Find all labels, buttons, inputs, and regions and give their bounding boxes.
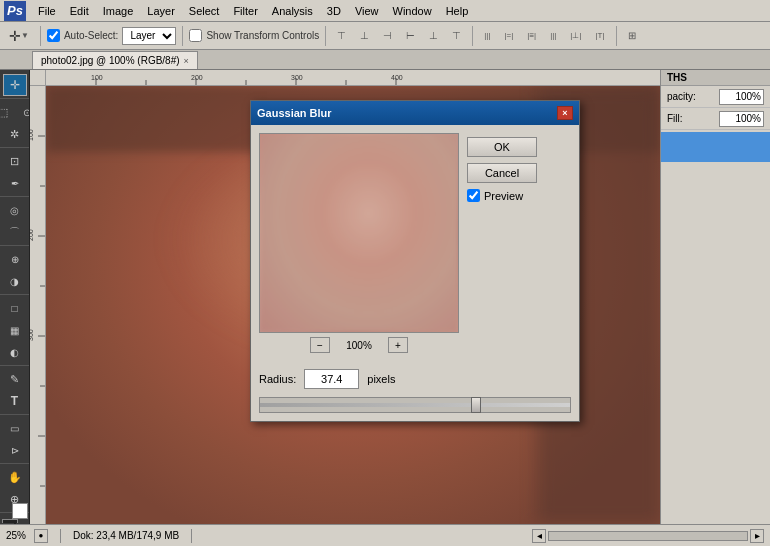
- statusbar: 25% ● Dok: 23,4 MB/174,9 MB ◂ ▸: [0, 524, 770, 546]
- layer-blue-block[interactable]: [661, 132, 770, 162]
- gaussian-blur-dialog: Gaussian Blur × − 100% +: [250, 100, 580, 422]
- zoom-out-btn[interactable]: −: [310, 337, 330, 353]
- menu-image[interactable]: Image: [97, 3, 140, 19]
- photo-tab[interactable]: photo02.jpg @ 100% (RGB/8#) ×: [32, 51, 198, 69]
- menu-filter[interactable]: Filter: [227, 3, 263, 19]
- scroll-right-btn[interactable]: ▸: [750, 529, 764, 543]
- opacity-value[interactable]: 100%: [719, 89, 764, 105]
- brush-tool[interactable]: [3, 221, 27, 243]
- svg-text:300: 300: [291, 74, 303, 81]
- align-left-btn[interactable]: ⊢: [401, 27, 420, 44]
- clone-stamp-tool[interactable]: [3, 248, 27, 270]
- opacity-row: pacity: 100%: [661, 86, 770, 108]
- gradient-tool[interactable]: [3, 319, 27, 341]
- autoselect-dropdown[interactable]: Layer: [122, 27, 176, 45]
- blur-slider-track: [260, 403, 570, 407]
- align-vcenter-btn[interactable]: ⊥: [355, 27, 374, 44]
- fill-value[interactable]: 100%: [719, 111, 764, 127]
- h-scrollbar[interactable]: [548, 531, 748, 541]
- radius-input[interactable]: [304, 369, 359, 389]
- ok-button[interactable]: OK: [467, 137, 537, 157]
- lasso-tool[interactable]: [15, 101, 31, 123]
- zoom-info-btn[interactable]: ●: [34, 529, 48, 543]
- blur-slider-thumb[interactable]: [471, 397, 481, 413]
- tool-group-marquee: [0, 101, 29, 148]
- distribute-4-btn[interactable]: |||: [545, 28, 561, 43]
- tab-label: photo02.jpg @ 100% (RGB/8#): [41, 55, 180, 66]
- menu-view[interactable]: View: [349, 3, 385, 19]
- status-sep: [60, 529, 61, 543]
- marquee-pair: [0, 101, 30, 123]
- dialog-titlebar: Gaussian Blur ×: [251, 101, 579, 125]
- standard-mode-btn[interactable]: ○: [0, 523, 14, 524]
- right-panel-title: THS: [661, 70, 770, 86]
- preview-checkbox[interactable]: [467, 189, 480, 202]
- pen-tool[interactable]: [3, 368, 27, 390]
- align-right-btn[interactable]: ⊤: [447, 27, 466, 44]
- tool-group-pen: [0, 368, 29, 415]
- spot-healing-tool[interactable]: [3, 199, 27, 221]
- menu-window[interactable]: Window: [387, 3, 438, 19]
- magic-wand-tool[interactable]: [3, 123, 27, 145]
- distribute-2-btn[interactable]: |=|: [499, 28, 518, 43]
- eraser-tool[interactable]: [3, 297, 27, 319]
- cancel-button[interactable]: Cancel: [467, 163, 537, 183]
- tool-group-crop: [0, 150, 29, 197]
- distribute-5-btn[interactable]: |⊥|: [565, 28, 586, 43]
- scroll-left-btn[interactable]: ◂: [532, 529, 546, 543]
- eyedropper-tool[interactable]: [3, 172, 27, 194]
- zoom-in-btn[interactable]: +: [388, 337, 408, 353]
- zoom-percent: 100%: [334, 340, 384, 351]
- tab-close-btn[interactable]: ×: [184, 56, 189, 66]
- transform-checkbox[interactable]: [189, 29, 202, 42]
- dialog-title: Gaussian Blur: [257, 107, 332, 119]
- menu-file[interactable]: File: [32, 3, 62, 19]
- svg-text:100: 100: [91, 74, 103, 81]
- menu-3d[interactable]: 3D: [321, 3, 347, 19]
- distribute-1-btn[interactable]: |||: [479, 28, 495, 43]
- radius-row: Radius: pixels: [251, 365, 579, 393]
- menu-help[interactable]: Help: [440, 3, 475, 19]
- dialog-close-button[interactable]: ×: [557, 106, 573, 120]
- tool-group-shape: [0, 417, 29, 464]
- dialog-preview-section: − 100% +: [259, 133, 459, 357]
- history-brush-tool[interactable]: [3, 270, 27, 292]
- dialog-preview-image[interactable]: [259, 133, 459, 333]
- dodge-tool[interactable]: [3, 341, 27, 363]
- canvas-area: 100 200 300 400 100 200 300: [30, 70, 660, 524]
- align-bottom-btn[interactable]: ⊣: [378, 27, 397, 44]
- menu-edit[interactable]: Edit: [64, 3, 95, 19]
- menu-select[interactable]: Select: [183, 3, 226, 19]
- transform-label: Show Transform Controls: [206, 30, 319, 41]
- tabbar: photo02.jpg @ 100% (RGB/8#) ×: [0, 50, 770, 70]
- move-tool[interactable]: [3, 74, 27, 96]
- text-tool[interactable]: [3, 390, 27, 412]
- zoom-level: 25%: [6, 530, 26, 541]
- quick-mask-btn[interactable]: ◑: [16, 523, 31, 524]
- autoselect-checkbox[interactable]: [47, 29, 60, 42]
- path-tool[interactable]: [3, 439, 27, 461]
- align-hcenter-btn[interactable]: ⊥: [424, 27, 443, 44]
- svg-rect-12: [30, 86, 46, 524]
- blur-slider[interactable]: [259, 397, 571, 413]
- bg-color-swatch[interactable]: [12, 503, 28, 519]
- right-panel: THS pacity: 100% Fill: 100%: [660, 70, 770, 524]
- align-top-btn[interactable]: ⊤: [332, 27, 351, 44]
- marquee-tool[interactable]: [0, 101, 15, 123]
- crop-tool[interactable]: [3, 150, 27, 172]
- menu-analysis[interactable]: Analysis: [266, 3, 319, 19]
- distribute-3-btn[interactable]: |≡|: [522, 28, 541, 43]
- shape-tool[interactable]: [3, 417, 27, 439]
- preview-zoom-controls: − 100% +: [259, 333, 459, 357]
- fill-label: Fill:: [667, 113, 683, 124]
- svg-text:300: 300: [30, 329, 34, 341]
- hand-tool[interactable]: [3, 466, 27, 488]
- menu-layer[interactable]: Layer: [141, 3, 181, 19]
- autoselect-label: Auto-Select:: [64, 30, 118, 41]
- arrange-btn[interactable]: ⊞: [623, 27, 641, 44]
- ruler-h-svg: 100 200 300 400: [46, 70, 660, 86]
- distribute-6-btn[interactable]: |T|: [591, 28, 610, 43]
- toolbar-sep-4: [472, 26, 473, 46]
- tool-group-clone: [0, 248, 29, 295]
- toolbar-sep-2: [182, 26, 183, 46]
